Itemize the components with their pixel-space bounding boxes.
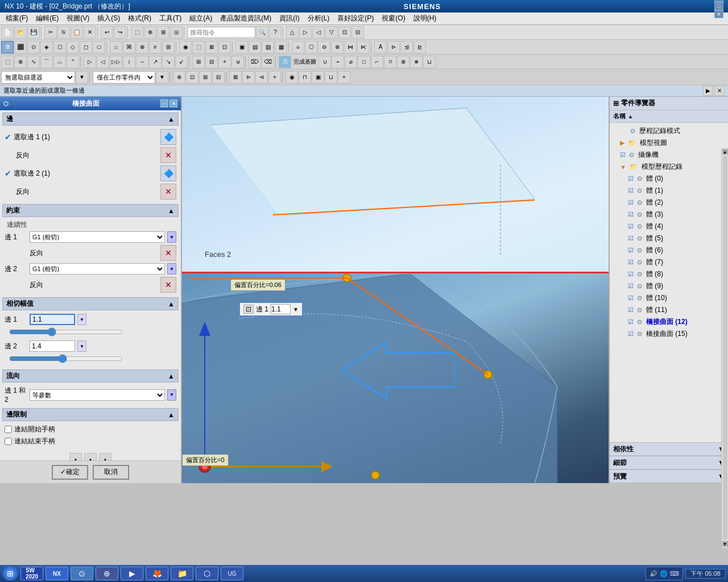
continuity-edge2-arrow[interactable]: ▼: [167, 263, 176, 275]
menu-view[interactable]: 視圖(V): [63, 13, 93, 24]
reverse2b-button[interactable]: ✕: [160, 277, 176, 293]
tang2-arrow[interactable]: ▼: [77, 340, 86, 352]
menu-analysis[interactable]: 分析(L): [304, 13, 333, 24]
sel-g[interactable]: ⊲: [255, 71, 268, 84]
menu-assembly[interactable]: 組立(A): [186, 13, 216, 24]
edge1-value-input[interactable]: [271, 304, 291, 314]
menu-format[interactable]: 格式(R): [125, 13, 155, 24]
tb2-f[interactable]: ◇: [67, 41, 79, 53]
tb2-q[interactable]: ⊡: [218, 41, 231, 53]
connect-start-checkbox[interactable]: [5, 426, 12, 433]
tb2-b[interactable]: ⬛: [14, 41, 27, 53]
tb3-p[interactable]: ⊟: [205, 56, 218, 68]
tree-item[interactable]: ☑⊙體 (9): [612, 280, 726, 292]
sel-m[interactable]: +: [338, 71, 350, 84]
reverse1-button[interactable]: ✕: [160, 147, 176, 163]
scroll-up3-btn[interactable]: ▲: [99, 453, 111, 460]
tb-e[interactable]: △: [286, 26, 299, 39]
menu-file[interactable]: 檔案(F): [2, 13, 31, 24]
tree-item[interactable]: ☑⊙體 (7): [612, 256, 726, 268]
tb2-l[interactable]: ≡: [149, 41, 162, 53]
tb-paste[interactable]: 📋: [71, 26, 83, 39]
tb2-g[interactable]: ◻: [80, 41, 92, 53]
taskbar-media[interactable]: ▶: [121, 567, 143, 580]
tb2-aa[interactable]: ⋉: [357, 41, 370, 53]
menu-window[interactable]: 視窗(O): [378, 13, 408, 24]
sel-e[interactable]: ⊠: [229, 71, 242, 84]
menu-tools[interactable]: 工具(T): [156, 13, 185, 24]
viewport-bottom[interactable]: 偏置百分比=0.06 ⊡ 邊 1 ▼ 偏置百分比=0: [182, 273, 609, 483]
tb2-x[interactable]: ⊖: [318, 41, 330, 53]
tree-item[interactable]: ☑⊙體 (10): [612, 292, 726, 304]
menu-prefs[interactable]: 喜好設定(P): [334, 13, 377, 24]
section-limit-header[interactable]: 邊限制 ▲: [2, 408, 179, 421]
section-edge-header[interactable]: 邊 ▲: [2, 113, 179, 126]
tb2-v[interactable]: ⍟: [292, 41, 304, 53]
menu-pmi[interactable]: 產品製造資訊(M): [217, 13, 275, 24]
rp-detail-section[interactable]: 細節 ▼: [610, 456, 728, 469]
tb3-i[interactable]: ▷▷: [110, 56, 122, 68]
menu-insert[interactable]: 插入(S): [94, 13, 123, 24]
taskbar-sw2020[interactable]: SW2020: [20, 567, 43, 580]
start-button[interactable]: ⊞: [2, 566, 18, 581]
tb2-h[interactable]: ⬭: [93, 41, 105, 53]
tb2-t[interactable]: ▧: [262, 41, 274, 53]
tb3-m[interactable]: ↘: [162, 56, 175, 68]
reverse1b-button[interactable]: ✕: [160, 245, 176, 261]
continuity-edge1-arrow[interactable]: ▼: [167, 231, 176, 243]
tb2-e[interactable]: ⬡: [53, 41, 66, 53]
taskbar-explorer[interactable]: 📁: [171, 567, 193, 580]
tb2-p[interactable]: ⊠: [205, 41, 218, 53]
tb2-n[interactable]: ◉: [179, 41, 192, 53]
tree-item[interactable]: ☑⊙體 (1): [612, 185, 726, 197]
tb-j[interactable]: ⊟: [351, 26, 364, 39]
tb3-l[interactable]: ↗: [149, 56, 162, 68]
tb3-bb[interactable]: ⊕: [397, 56, 410, 68]
tb-redo[interactable]: ↪: [114, 26, 126, 39]
scroll-up-btn[interactable]: ▲: [722, 149, 728, 155]
tree-item[interactable]: ☑⊙攝像機: [612, 149, 726, 161]
taskbar-item8[interactable]: ⬡: [196, 567, 218, 580]
tb2-k[interactable]: ⊕: [136, 41, 148, 53]
tb-new[interactable]: 📄: [1, 26, 14, 39]
selhint-expand[interactable]: ▶: [703, 86, 713, 96]
tb-delete[interactable]: ✕: [84, 26, 96, 39]
tb-btn-d[interactable]: ◎: [170, 26, 183, 39]
tb2-z[interactable]: ⋈: [344, 41, 357, 53]
tb3-a[interactable]: ⬚: [1, 56, 14, 68]
tb3-b[interactable]: ⊕: [14, 56, 27, 68]
rp-dependency-section[interactable]: 相依性 ▼: [610, 442, 728, 456]
scroll-thumb[interactable]: [723, 156, 727, 540]
tree-item[interactable]: ☑⊙橋接曲面 (15): [612, 328, 726, 340]
tang2-input[interactable]: [30, 340, 75, 352]
tb-cut[interactable]: ✂: [44, 26, 57, 39]
maximize-button[interactable]: □: [714, 2, 723, 10]
menu-edit[interactable]: 編輯(E): [32, 13, 62, 24]
viewport[interactable]: Faces 2: [182, 97, 609, 483]
tb3-r[interactable]: ⊎: [231, 56, 244, 68]
reverse2-button[interactable]: ✕: [160, 184, 176, 199]
tang1-arrow[interactable]: ▼: [77, 314, 86, 325]
tb3-o[interactable]: ⊞: [192, 56, 205, 68]
tb3-u[interactable]: 完: [279, 56, 291, 68]
tb3-n[interactable]: ↙: [175, 56, 188, 68]
section-constraint-header[interactable]: 約束 ▲: [2, 204, 179, 217]
tree-item[interactable]: ☑⊙體 (4): [612, 221, 726, 232]
tb2-w[interactable]: ⎔: [305, 41, 317, 53]
tang2-slider[interactable]: [9, 354, 123, 363]
search-input[interactable]: [187, 27, 255, 38]
tb2-d[interactable]: ◈: [40, 41, 53, 53]
flow-dropdown[interactable]: 等參數: [30, 389, 165, 401]
dialog-close-button[interactable]: ✕: [169, 99, 177, 107]
tb3-d[interactable]: ⌒: [40, 56, 53, 68]
tree-item[interactable]: ☑⊙體 (5): [612, 232, 726, 244]
close-button[interactable]: ✕: [714, 10, 723, 18]
flow-arrow[interactable]: ▼: [167, 389, 176, 401]
tb-f[interactable]: ▷: [299, 26, 312, 39]
tb3-e[interactable]: ⌓: [53, 56, 66, 68]
tb2-s[interactable]: ▤: [249, 41, 261, 53]
tb2-r[interactable]: ▣: [235, 41, 248, 53]
dialog-collapse-button[interactable]: ─: [160, 99, 168, 107]
sel-k[interactable]: ▣: [312, 71, 324, 84]
menu-help[interactable]: 說明(H): [410, 13, 440, 24]
